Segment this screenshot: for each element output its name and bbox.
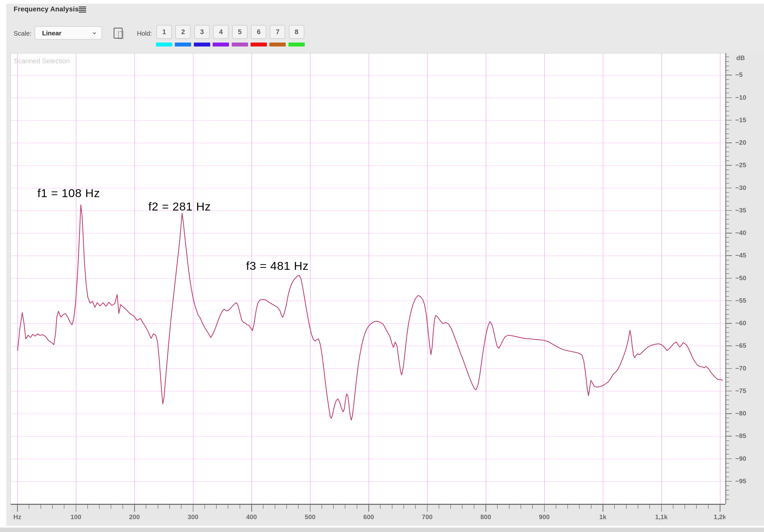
freq-tick	[556, 505, 556, 509]
db-tick	[726, 111, 729, 111]
db-tick	[726, 422, 729, 423]
hold-button-4[interactable]: 4	[213, 25, 229, 39]
db-tick	[726, 319, 729, 319]
freq-tick	[696, 505, 697, 509]
peak-annotation-f1: f1 = 108 Hz	[37, 186, 100, 200]
db-tick	[726, 70, 729, 71]
db-tick	[726, 57, 729, 57]
db-tick	[726, 359, 729, 360]
db-tick	[726, 224, 729, 224]
db-tick	[726, 282, 729, 283]
db-tick	[726, 485, 729, 486]
db-tick-label: −65	[735, 342, 758, 349]
db-tick	[726, 400, 729, 400]
freq-tick	[614, 505, 615, 509]
freq-tick	[626, 505, 627, 509]
db-tick	[726, 404, 729, 405]
copy-graph-button[interactable]	[113, 27, 125, 40]
hold-button-7[interactable]: 7	[270, 25, 285, 39]
freq-tick	[321, 505, 322, 509]
freq-tick-label: 500	[296, 513, 324, 521]
freq-tick-label: 200	[121, 513, 148, 521]
db-axis-line	[725, 53, 726, 504]
db-tick	[726, 454, 729, 454]
freq-tick	[357, 505, 357, 509]
freq-tick	[485, 505, 486, 512]
freq-tick	[193, 505, 194, 512]
db-tick-label: −90	[735, 455, 758, 463]
db-tick	[726, 79, 729, 80]
db-tick	[726, 350, 729, 351]
panel-menu-icon[interactable]	[79, 6, 86, 13]
db-tick	[726, 242, 729, 242]
db-tick-label: −80	[735, 410, 758, 417]
db-tick	[726, 219, 729, 220]
db-tick-label: −15	[735, 116, 758, 124]
db-tick	[726, 427, 729, 427]
db-axis-title: dB	[736, 54, 745, 62]
hold-button-3[interactable]: 3	[194, 25, 210, 39]
db-tick	[726, 332, 729, 332]
freq-tick-label: Hz	[4, 513, 31, 521]
db-tick-label: −85	[735, 432, 758, 440]
db-tick	[726, 142, 732, 143]
db-tick	[726, 355, 729, 355]
hold-button-6[interactable]: 6	[251, 25, 267, 39]
db-tick	[726, 237, 729, 238]
db-tick	[726, 328, 729, 328]
scale-dropdown-value: Linear	[42, 30, 62, 37]
freq-tick	[427, 505, 428, 512]
freq-tick	[415, 505, 416, 509]
freq-tick-label: 1,1k	[648, 513, 675, 521]
peak-annotation-f2: f2 = 281 Hz	[148, 200, 211, 213]
db-tick	[726, 391, 732, 391]
db-tick-label: −25	[735, 161, 758, 169]
db-tick	[726, 206, 729, 206]
freq-tick	[99, 505, 99, 509]
freq-tick	[684, 505, 685, 509]
freq-tick	[474, 505, 475, 509]
db-tick	[726, 450, 729, 450]
db-tick	[726, 188, 732, 189]
hold-button-8[interactable]: 8	[289, 25, 304, 39]
freq-tick-label: 300	[179, 513, 207, 521]
freq-tick	[450, 505, 451, 509]
hold-button-2[interactable]: 2	[175, 25, 191, 39]
db-tick	[726, 287, 729, 287]
db-tick-label: −55	[735, 297, 758, 305]
db-tick	[726, 255, 732, 256]
spectrum-svg	[11, 54, 726, 504]
db-tick	[726, 377, 729, 378]
db-tick	[726, 341, 729, 341]
freq-tick	[29, 505, 29, 509]
db-tick	[726, 210, 732, 211]
freq-tick	[88, 505, 88, 509]
hold-button-1[interactable]: 1	[156, 25, 172, 39]
freq-tick	[134, 505, 135, 512]
freq-tick-label: 900	[531, 513, 558, 521]
db-tick	[726, 156, 729, 157]
freq-tick	[169, 505, 170, 509]
db-tick	[726, 314, 729, 315]
freq-tick	[310, 505, 311, 512]
db-tick	[726, 499, 729, 500]
db-tick	[726, 441, 729, 441]
db-tick	[726, 215, 729, 215]
db-tick	[726, 120, 732, 121]
db-tick	[726, 115, 729, 116]
freq-tick	[509, 505, 509, 509]
db-tick	[726, 102, 729, 102]
spectrum-plot-area[interactable]: Scanned Selection f1 = 108 Hzf2 = 281 Hz…	[11, 53, 726, 504]
hold-color-swatch-5	[232, 43, 248, 47]
chevron-down-icon: ⌄	[92, 27, 97, 36]
db-tick	[726, 138, 729, 139]
hold-color-swatch-3	[194, 43, 210, 47]
spectrum-curve	[18, 205, 723, 420]
hold-button-5[interactable]: 5	[232, 25, 248, 39]
db-tick	[726, 66, 729, 66]
hold-label: Hold:	[137, 30, 152, 37]
freq-tick	[567, 505, 568, 509]
scale-dropdown[interactable]: Linear ⌄	[35, 26, 102, 40]
db-tick	[726, 368, 732, 369]
db-tick	[726, 124, 729, 125]
